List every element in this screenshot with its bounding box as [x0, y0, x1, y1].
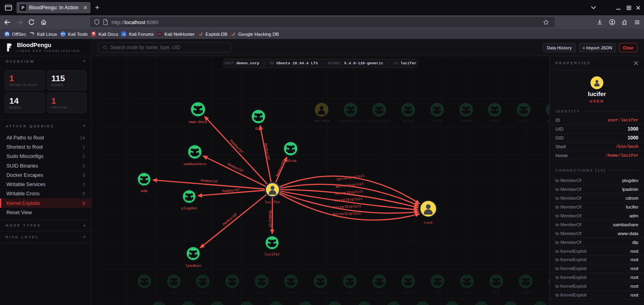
svg-text:voice: voice	[257, 291, 266, 294]
svg-text:adm: adm	[140, 189, 147, 193]
svg-text:saned: saned	[432, 119, 442, 123]
svg-text:MemberOf: MemberOf	[263, 143, 270, 160]
svg-text:irc: irc	[142, 291, 148, 294]
svg-text:KernelExploit: KernelExploit	[336, 174, 365, 182]
svg-text:nopasswdlogin: nopasswdlogin	[338, 119, 363, 123]
svg-text:MemberOf: MemberOf	[229, 139, 244, 155]
svg-text:sudo: sudo	[375, 291, 383, 294]
svg-text:sasl: sasl	[492, 291, 500, 294]
svg-text:dip: dip	[255, 127, 262, 131]
svg-text:dialout: dialout	[196, 291, 210, 294]
svg-text:kmem: kmem	[170, 291, 178, 294]
svg-text:www-data: www-data	[189, 120, 207, 124]
svg-text:MemberOf: MemberOf	[268, 210, 272, 227]
svg-text:sambashare: sambashare	[183, 162, 206, 166]
svg-text:avahi: avahi	[490, 119, 500, 123]
svg-text:MemberOf: MemberOf	[200, 179, 218, 184]
svg-text:KernelExploit: KernelExploit	[333, 211, 361, 216]
svg-text:scanner: scanner	[459, 119, 473, 123]
svg-text:lpadmin: lpadmin	[185, 264, 201, 268]
svg-text:KernelExploit: KernelExploit	[335, 190, 363, 196]
svg-text:www-data: www-data	[314, 119, 330, 123]
svg-text:plugdev: plugdev	[519, 291, 533, 294]
svg-text:root: root	[424, 221, 433, 225]
svg-text:lucifer: lucifer	[264, 200, 281, 205]
svg-text:MemberOf: MemberOf	[275, 160, 286, 178]
svg-text:colord: colord	[518, 119, 530, 123]
svg-text:tape: tape	[346, 291, 353, 294]
svg-text:pulse-access: pulse-access	[367, 119, 391, 123]
svg-text:dip: dip	[435, 291, 441, 294]
svg-text:audio: audio	[403, 291, 413, 294]
svg-text:fax: fax	[229, 291, 235, 294]
svg-text:geoclue: geoclue	[546, 119, 549, 123]
svg-text:cdrom: cdrom	[286, 291, 296, 294]
svg-text:video: video	[462, 291, 472, 294]
svg-text:floppy: floppy	[315, 291, 326, 294]
svg-text:KernelExploit: KernelExploit	[333, 204, 362, 210]
svg-text:plugdev: plugdev	[181, 206, 197, 211]
svg-text:cdrom: cdrom	[285, 159, 297, 163]
svg-text:KernelExploit: KernelExploit	[335, 182, 364, 189]
svg-text:lucifer: lucifer	[264, 252, 280, 257]
svg-text:pulse: pulse	[403, 119, 413, 123]
